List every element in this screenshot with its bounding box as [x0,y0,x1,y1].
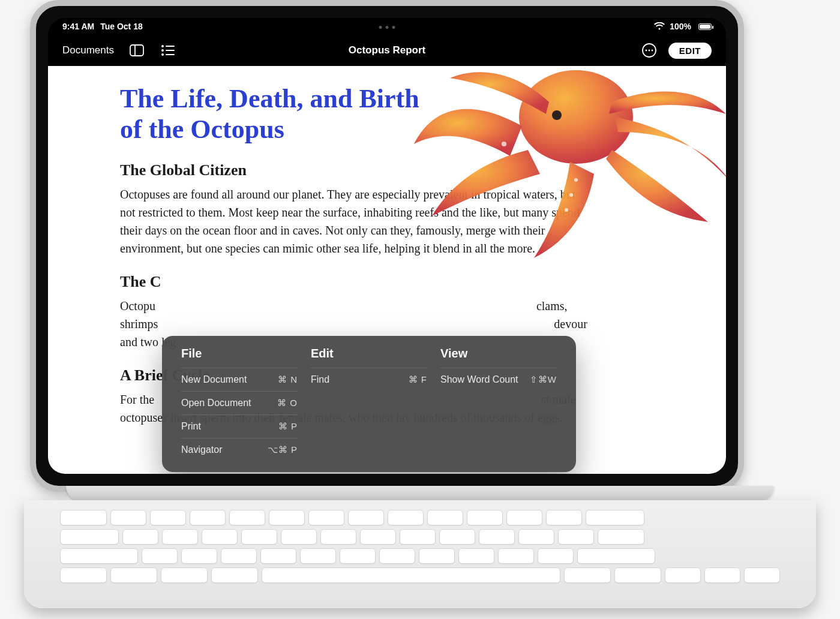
sidebar-toggle-icon[interactable] [128,42,145,59]
keyboard-body [24,500,816,608]
shortcut-label: Print [181,421,201,432]
svg-rect-5 [166,50,175,51]
shortcut-navigator[interactable]: Navigator ⌥⌘ P [181,438,298,461]
magic-keyboard [0,486,840,613]
section-body-1: Octopuses are found all around our plane… [120,185,588,257]
ipad-frame: 9:41 AM Tue Oct 18 100% Documents [30,0,744,492]
svg-point-4 [161,49,164,52]
screen: 9:41 AM Tue Oct 18 100% Documents [48,18,726,474]
shortcut-label: Find [311,374,329,385]
shortcuts-column-edit: Edit Find ⌘ F [304,347,433,461]
shortcut-keys: ⌘ O [277,398,298,408]
shortcut-show-word-count[interactable]: Show Word Count ⇧⌘W [440,368,557,391]
svg-rect-7 [166,54,175,55]
wifi-icon [654,22,665,31]
battery-percent: 100% [670,22,691,31]
shortcut-label: New Document [181,374,247,385]
shortcut-keys: ⌥⌘ P [268,444,298,455]
shortcuts-column-title: Edit [311,347,427,360]
shortcut-label: Navigator [181,444,222,455]
shortcut-label: Show Word Count [440,374,518,385]
shortcuts-column-title: File [181,347,298,360]
shortcut-new-document[interactable]: New Document ⌘ N [181,368,298,391]
list-icon[interactable] [160,42,176,59]
status-date: Tue Oct 18 [100,22,143,31]
shortcut-open-document[interactable]: Open Document ⌘ O [181,391,298,414]
shortcut-label: Open Document [181,398,251,408]
document-title: Octopus Report [349,44,425,56]
shortcut-keys: ⌘ N [278,374,298,385]
svg-rect-3 [166,46,175,47]
more-icon[interactable] [641,42,658,59]
keyboard-hinge [66,486,774,501]
shortcuts-column-file: File New Document ⌘ N Open Document ⌘ O … [175,347,304,461]
back-button[interactable]: Documents [62,44,114,56]
svg-point-11 [651,50,653,52]
shortcuts-column-title: View [440,347,557,360]
section-heading-1: The Global Citizen [120,161,654,179]
status-time: 9:41 AM [62,22,94,31]
section-heading-2: The C [120,273,654,291]
app-toolbar: Documents Octopus Report [48,35,726,66]
shortcut-find[interactable]: Find ⌘ F [311,368,427,391]
shortcut-keys: ⌘ F [409,374,427,385]
shortcuts-column-view: View Show Word Count ⇧⌘W [433,347,563,461]
battery-icon [696,23,712,30]
svg-rect-0 [130,45,143,56]
multitask-dots[interactable] [379,26,395,29]
svg-point-9 [645,50,647,52]
svg-point-10 [648,50,650,52]
svg-point-2 [161,45,164,47]
edit-button[interactable]: EDIT [668,43,712,59]
shortcut-print[interactable]: Print ⌘ P [181,414,298,438]
document-canvas[interactable]: The Life, Death, and Birth of the Octopu… [48,66,726,474]
shortcut-keys: ⇧⌘W [530,374,557,385]
svg-point-6 [161,53,164,56]
doc-main-title: The Life, Death, and Birth of the Octopu… [120,84,432,145]
keyboard-shortcuts-panel: File New Document ⌘ N Open Document ⌘ O … [162,336,576,472]
shortcut-keys: ⌘ P [278,421,298,432]
